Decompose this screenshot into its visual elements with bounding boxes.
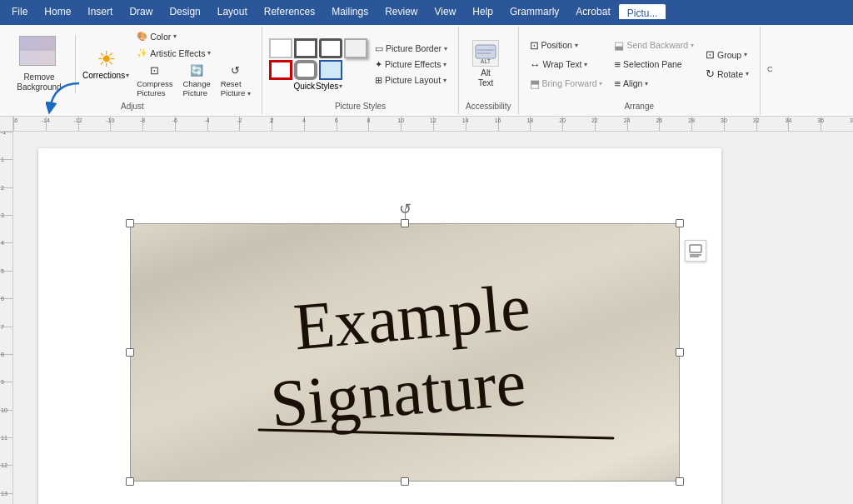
ribbon: RemoveBackground ☀ Corrections▾ 🎨 Color … [0,23,853,117]
compress-pictures-button[interactable]: ⊡ CompressPictures [132,62,177,100]
svg-text:ALT: ALT [481,58,491,64]
group-picture-styles-label: Picture Styles [269,100,451,112]
menu-picture[interactable]: Pictu... [619,4,666,19]
handle-top-middle[interactable] [401,219,409,227]
bring-forward-icon: ⬒ [530,77,540,90]
send-backward-button[interactable]: ⬓ Send Backward ▾ [610,37,698,54]
picture-effects-button[interactable]: ✦ Picture Effects ▾ [371,57,451,72]
group-accessibility: ALT AltText Accessibility [459,27,518,114]
position-button[interactable]: ⊡ Position ▾ [526,37,607,54]
ribbon-content: RemoveBackground ☀ Corrections▾ 🎨 Color … [0,23,853,116]
group-icon: ⊡ [706,48,715,61]
menu-draw[interactable]: Draw [121,2,161,21]
menu-view[interactable]: View [426,2,465,21]
layout-icon: ⊞ [375,75,382,85]
wrap-text-arrow: ▾ [584,61,587,68]
selection-pane-button[interactable]: ≡ Selection Pane [610,56,698,73]
picture-layout-button[interactable]: ⊞ Picture Layout ▾ [371,72,451,87]
menu-layout[interactable]: Layout [209,2,256,21]
quick-styles-arrow: ▾ [339,82,342,90]
artistic-dropdown-arrow: ▾ [207,49,211,57]
group-button[interactable]: ⊡ Group ▾ [701,46,753,63]
menu-help[interactable]: Help [464,2,501,21]
style-swatch-2[interactable] [294,38,317,58]
doc-wrapper: -16-14-12-10-8-6-4-224681012141618202224… [0,117,853,504]
group-arrange-label: Arrange [526,100,753,112]
artistic-effects-button[interactable]: ✨ Artistic Effects ▾ [132,45,255,61]
menu-file[interactable]: File [3,2,36,21]
remove-background-button[interactable]: RemoveBackground [10,32,68,96]
selection-pane-icon: ≡ [614,58,621,71]
menu-design[interactable]: Design [161,2,208,21]
style-swatch-7[interactable] [319,60,342,80]
menu-grammarly[interactable]: Grammarly [501,2,567,21]
align-label: Align [623,78,642,88]
menu-references[interactable]: References [256,2,323,21]
reset-picture-button[interactable]: ↺ ResetPicture ▾ [217,62,255,100]
group-arrow: ▾ [744,51,747,58]
handle-bottom-middle[interactable] [401,477,409,486]
handle-middle-left[interactable] [126,348,134,357]
picture-border-button[interactable]: ▭ Picture Border ▾ [371,41,451,56]
handle-bottom-right[interactable] [676,477,684,486]
styles-grid [269,38,367,80]
quick-styles-area: Quick Styles ▾ [269,38,367,91]
corrections-button[interactable]: ☀ Corrections▾ [82,48,129,80]
style-swatch-1[interactable] [269,38,292,58]
compress-icon: ⊡ [150,64,159,77]
change-picture-button[interactable]: 🔄 ChangePicture [178,62,214,100]
signature-svg: Example Signature [130,223,680,482]
effects-icon: ✦ [375,59,382,69]
rotate-icon: ↻ [706,67,715,80]
group-accessibility-label: Accessibility [466,100,511,112]
style-swatch-6[interactable] [294,60,317,80]
layout-float-icon[interactable] [685,240,706,262]
handle-middle-right[interactable] [676,348,684,357]
style-swatch-4[interactable] [344,38,367,58]
style-swatch-3[interactable] [319,38,342,58]
quick-styles-label2: Styles [316,82,338,91]
effects-arrow: ▾ [443,61,446,68]
corrections-icon: ☀ [97,48,116,70]
doc-area: -11234567891011121314 ↺ Example Signatur… [0,132,853,504]
color-button[interactable]: 🎨 Color ▾ [132,28,255,44]
align-button[interactable]: ≡ Align ▾ [610,75,698,92]
menu-acrobat[interactable]: Acrobat [567,2,618,21]
menu-home[interactable]: Home [36,2,79,21]
group-label: Group [717,50,741,60]
menu-insert[interactable]: Insert [79,2,121,21]
compress-label: CompressPictures [137,79,172,97]
quick-styles-label: Quick [294,82,316,91]
ruler-vertical: -11234567891011121314 [0,132,13,504]
style-swatch-5[interactable] [269,60,292,80]
selected-image-container[interactable]: ↺ Example Signature [130,223,680,482]
menu-mailings[interactable]: Mailings [323,2,377,21]
page-scroll[interactable]: ↺ Example Signature [13,132,853,504]
align-icon: ≡ [614,77,621,90]
wrap-text-button[interactable]: ↔ Wrap Text ▾ [526,56,607,73]
wrap-text-label: Wrap Text [543,59,582,69]
color-label: Color [150,32,171,42]
menu-review[interactable]: Review [377,2,426,21]
position-label: Position [541,40,572,50]
handle-top-left[interactable] [126,219,134,227]
send-backward-arrow: ▾ [691,42,694,49]
bring-forward-arrow: ▾ [599,80,602,87]
picture-styles-content: Quick Styles ▾ ▭ Picture Border ▾ ✦ Pict… [269,28,451,100]
handle-top-right[interactable] [676,219,684,227]
border-label: Picture Border [386,43,441,53]
arrange-content: ⊡ Position ▾ ↔ Wrap Text ▾ ⬒ Bring Forwa… [526,28,753,100]
svg-rect-0 [476,45,496,58]
selection-pane-label: Selection Pane [623,59,682,69]
adjust-bottom-row: ⊡ CompressPictures 🔄 ChangePicture ↺ Res… [132,62,255,100]
remove-bg-icon [19,36,59,71]
group-size-label [767,109,779,112]
handle-bottom-left[interactable] [126,477,134,486]
bring-forward-button[interactable]: ⬒ Bring Forward ▾ [526,75,607,92]
rotate-arrow: ▾ [746,70,749,77]
rotate-button[interactable]: ↻ Rotate ▾ [701,65,753,82]
alt-text-button[interactable]: ALT AltText [466,36,506,92]
artistic-label: Artistic Effects [150,48,205,58]
align-arrow: ▾ [645,80,648,87]
layout-label: Picture Layout [385,75,441,85]
